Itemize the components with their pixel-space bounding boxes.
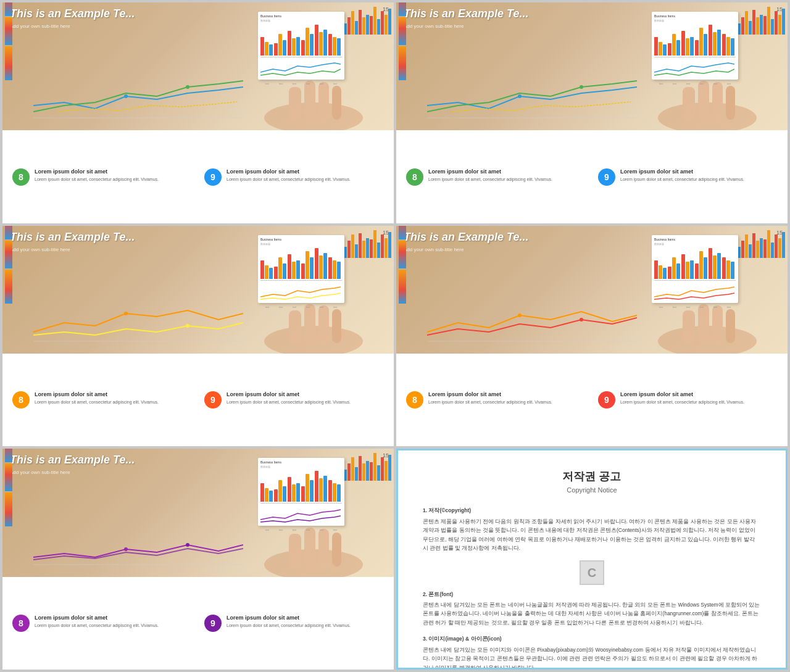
svg-rect-29 (698, 304, 709, 344)
copyright-section-1: 1. 저작(©copyright) 콘텐츠 제품을 사용하기 전에 다음의 원칙… (423, 506, 761, 552)
svg-point-18 (186, 324, 189, 328)
paper-chart-2: Business Items 图表标题 texttexttexttexttext… (652, 12, 738, 80)
main-line-svg-1 (33, 75, 243, 124)
circle-8-5: 8 (12, 615, 30, 632)
svg-point-9 (518, 94, 522, 98)
circle-9-4: 9 (598, 391, 615, 409)
main-line-svg-2 (427, 75, 637, 124)
paper-chart-5: Business Items 图表标题 texttexttexttexttext… (258, 458, 344, 526)
copyright-title-en: Copyright Notice (567, 486, 617, 494)
paper-x-labels-4: texttexttexttexttexttext (654, 305, 736, 309)
copyright-section-3: 3. 이미지(image) & 아이콘(icon) 콘텐츠 내에 담겨있는 모든… (423, 634, 761, 670)
svg-rect-39 (332, 533, 341, 566)
paper-x-labels-5: texttexttexttexttexttext (260, 528, 342, 531)
copyright-cell: 저작권 공고 Copyright Notice 1. 저작(©copyright… (396, 449, 788, 670)
info-text-8-3: Lorem ipsum dolor sit amet Lorem ipsum d… (35, 391, 159, 405)
copyright-section-3-title: 3. 이미지(image) & 아이콘(icon) (423, 634, 761, 643)
info-text-8-2: Lorem ipsum dolor sit amet Lorem ipsum d… (428, 168, 552, 183)
main-line-svg-3 (33, 298, 243, 347)
slide-top-3: This is an Example Te... Add your own su… (2, 226, 394, 354)
svg-point-10 (580, 85, 583, 89)
copyright-body: 1. 저작(©copyright) 콘텐츠 제품을 사용하기 전에 다음의 원칙… (423, 506, 761, 670)
info-item-9-2: 9 Lorem ipsum dolor sit amet Lorem ipsum… (598, 168, 778, 186)
slide-3: This is an Example Te... Add your own su… (2, 226, 394, 447)
svg-rect-14 (712, 82, 723, 120)
info-text-9-4: Lorem ipsum dolor sit amet Lorem ipsum d… (620, 391, 744, 405)
svg-rect-6 (318, 82, 329, 120)
info-item-9-4: 9 Lorem ipsum dolor sit amet Lorem ipsum… (598, 391, 778, 409)
slide-1: This is an Example Te... Add your own su… (2, 2, 394, 223)
slide-4: This is an Example Te... Add your own su… (396, 226, 788, 447)
paper-chart-1: Business Items 图表标题 texttexttexttexttext… (258, 12, 344, 80)
left-bar-chart-3 (2, 238, 40, 306)
circle-9-3: 9 (204, 391, 222, 409)
copyright-section-1-title: 1. 저작(©copyright) (423, 506, 761, 515)
circle-8-3: 8 (12, 391, 30, 409)
info-item-8-5: 8 Lorem ipsum dolor sit amet Lorem ipsum… (12, 615, 192, 632)
circle-8-4: 8 (406, 391, 423, 409)
paper-line-svg-3 (260, 283, 341, 302)
svg-rect-23 (332, 309, 341, 343)
paper-x-labels-2: texttexttexttexttexttext (654, 82, 736, 85)
slide-bottom-1: 8 Lorem ipsum dolor sit amet Lorem ipsum… (2, 130, 394, 223)
paper-bars-2 (654, 23, 736, 57)
info-item-9-1: 9 Lorem ipsum dolor sit amet Lorem ipsum… (204, 168, 384, 186)
main-line-svg-4 (427, 298, 637, 347)
svg-rect-28 (683, 310, 695, 344)
copyright-section-2: 2. 폰트(font) 콘텐츠 내에 담겨있는 모든 폰트는 네이버 나눔글꼴의… (423, 590, 761, 628)
svg-rect-15 (726, 86, 735, 120)
paper-line-svg-1 (260, 60, 341, 78)
info-text-9-5: Lorem ipsum dolor sit amet Lorem ipsum d… (227, 615, 351, 629)
svg-point-26 (580, 318, 583, 321)
copyright-title-kr: 저작권 공고 (562, 469, 621, 484)
paper-line-svg-5 (260, 506, 341, 525)
info-text-8-4: Lorem ipsum dolor sit amet Lorem ipsum d… (428, 391, 552, 405)
svg-point-17 (124, 312, 128, 315)
svg-rect-12 (683, 87, 695, 121)
paper-chart-3: Business Items 图表标题 texttexttexttexttext… (258, 235, 344, 303)
info-text-8-5: Lorem ipsum dolor sit amet Lorem ipsum d… (35, 615, 159, 629)
circle-8-1: 8 (12, 168, 30, 186)
paper-line-svg-4 (654, 283, 734, 302)
svg-rect-31 (726, 309, 735, 343)
paper-bars-1 (260, 23, 342, 57)
copyright-section-3-body: 콘텐츠 내에 담겨있는 모든 이미지와 아이콘은 Pixabay(pixabay… (423, 645, 761, 670)
svg-rect-5 (304, 81, 315, 121)
paper-line-svg-2 (654, 60, 734, 78)
slide-bottom-2: 8 Lorem ipsum dolor sit amet Lorem ipsum… (396, 130, 788, 223)
slide-top-1: This is an Example Te... Add your own su… (2, 2, 394, 130)
paper-chart-4: Business Items 图表标题 texttexttexttexttext… (652, 235, 738, 303)
svg-point-34 (186, 543, 189, 547)
info-text-9-2: Lorem ipsum dolor sit amet Lorem ipsum d… (620, 168, 744, 183)
slide-bottom-4: 8 Lorem ipsum dolor sit amet Lorem ipsum… (396, 354, 788, 446)
svg-rect-7 (332, 86, 341, 120)
svg-rect-37 (304, 528, 315, 568)
slide-bottom-3: 8 Lorem ipsum dolor sit amet Lorem ipsum… (2, 354, 394, 446)
slide-top-4: This is an Example Te... Add your own su… (396, 226, 788, 354)
svg-point-1 (124, 94, 128, 98)
paper-bars-3 (260, 247, 342, 281)
svg-point-33 (124, 547, 128, 551)
slide-2: This is an Example Te... Add your own su… (396, 2, 788, 223)
svg-point-2 (186, 85, 189, 89)
svg-rect-21 (304, 304, 315, 344)
copyright-section-2-body: 콘텐츠 내에 담겨있는 모든 폰트는 네이버 나눔글꼴의 저작권에 따라 제공됩… (423, 600, 761, 627)
paper-bars-4 (654, 247, 736, 281)
circle-9-1: 9 (204, 168, 222, 186)
info-item-8-1: 8 Lorem ipsum dolor sit amet Lorem ipsum… (12, 168, 192, 186)
info-text-8-1: Lorem ipsum dolor sit amet Lorem ipsum d… (35, 168, 159, 183)
slide-top-5: This is an Example Te... Add your own su… (2, 449, 394, 576)
slide-top-2: This is an Example Te... Add your own su… (396, 2, 788, 130)
svg-rect-30 (712, 305, 723, 344)
left-bar-chart-4 (396, 238, 433, 306)
circle-9-5: 9 (204, 615, 222, 632)
svg-rect-20 (289, 310, 301, 344)
svg-rect-38 (318, 529, 329, 567)
slide-bottom-5: 8 Lorem ipsum dolor sit amet Lorem ipsum… (2, 577, 394, 670)
svg-rect-4 (289, 87, 301, 121)
info-item-9-3: 9 Lorem ipsum dolor sit amet Lorem ipsum… (204, 391, 384, 409)
copyright-section-2-title: 2. 폰트(font) (423, 590, 761, 599)
svg-rect-22 (318, 305, 329, 344)
main-line-svg-5 (33, 521, 243, 571)
info-item-8-2: 8 Lorem ipsum dolor sit amet Lorem ipsum… (406, 168, 586, 186)
